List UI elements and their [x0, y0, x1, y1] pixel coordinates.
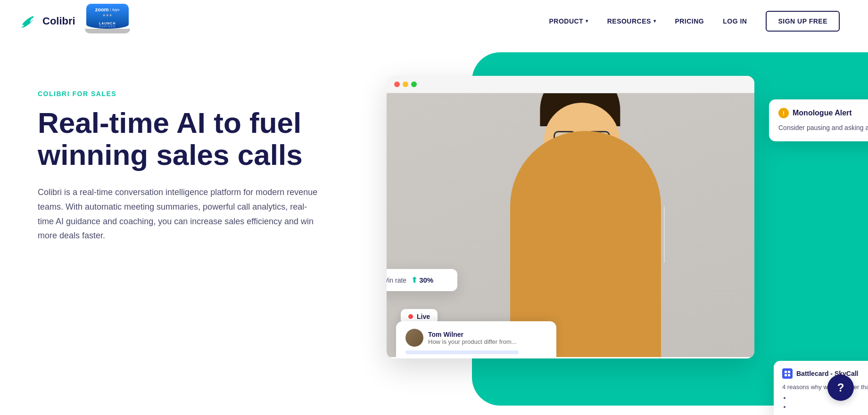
zoom-partner-text: PARTNER	[86, 25, 129, 28]
speaker-avatar	[405, 329, 423, 347]
svg-rect-3	[785, 374, 787, 376]
hero-label: COLIBRI FOR SALES	[38, 90, 358, 98]
nav-pricing[interactable]: PRICING	[675, 17, 704, 25]
battlecard-bullet-2	[791, 403, 868, 410]
resources-chevron-icon: ▾	[653, 18, 656, 24]
win-rate-badge: Win rate ⬆ 30%	[387, 269, 457, 291]
browser-dot-red	[394, 81, 400, 87]
hero-visual: Win rate ⬆ 30% Live Tom Wi	[358, 62, 868, 415]
monologue-alert-card: ! Monologue Alert × Consider pausing and…	[769, 99, 868, 141]
zoom-text: zoom	[95, 7, 109, 12]
monologue-title: Monologue Alert	[793, 109, 852, 117]
help-button[interactable]: ?	[827, 374, 854, 401]
battlecard-bullets	[782, 394, 868, 410]
nav-resources[interactable]: RESOURCES ▾	[607, 17, 656, 25]
monologue-description: Consider pausing and asking a question	[778, 123, 868, 133]
monologue-header: ! Monologue Alert ×	[778, 108, 868, 118]
transcript-person: Tom Wilner How is your product differ fr…	[405, 329, 547, 347]
live-text: Live	[417, 313, 430, 320]
transcript-text: How is your product differ from...	[428, 338, 517, 345]
header: Colibri zoom Apps ★★★ LAUNCH PARTNER	[0, 0, 868, 33]
battlecard-icon	[782, 368, 793, 379]
zoom-launch-text: LAUNCH	[86, 22, 129, 25]
browser-content: Win rate ⬆ 30% Live Tom Wi	[387, 93, 754, 357]
nav-login[interactable]: LOG IN	[723, 17, 747, 25]
win-rate-arrow-icon: ⬆	[411, 276, 417, 285]
hero-section: COLIBRI FOR SALES Real-time AI to fuel w…	[0, 33, 868, 415]
zoom-badge: zoom Apps ★★★ LAUNCH PARTNER	[85, 4, 130, 33]
hero-title: Real-time AI to fuel winning sales calls	[38, 107, 358, 171]
battlecard-card: Battlecard - SkyCall × 4 reasons why we …	[774, 361, 868, 415]
transcript-card: Tom Wilner How is your product differ fr…	[396, 321, 556, 357]
nav-product[interactable]: PRODUCT ▾	[549, 17, 588, 25]
speaker-name: Tom Wilner	[428, 331, 517, 338]
main-nav: PRODUCT ▾ RESOURCES ▾ PRICING LOG IN SIG…	[549, 11, 840, 32]
win-rate-value: ⬆ 30%	[411, 276, 433, 285]
battlecard-bullet-1	[791, 394, 868, 401]
browser-dot-green	[411, 81, 417, 87]
live-indicator-icon	[408, 314, 413, 319]
video-call-bg	[387, 93, 754, 357]
svg-point-0	[31, 16, 33, 18]
svg-rect-1	[785, 371, 787, 373]
alert-warning-icon: !	[778, 108, 789, 118]
header-left: Colibri zoom Apps ★★★ LAUNCH PARTNER	[19, 8, 130, 33]
win-rate-label: Win rate	[387, 277, 406, 284]
hero-left: COLIBRI FOR SALES Real-time AI to fuel w…	[38, 62, 358, 243]
battlecard-description: 4 reasons why we are better than SkyCall…	[782, 383, 868, 391]
browser-bar	[387, 76, 754, 93]
hero-description: Colibri is a real-time conversation inte…	[38, 185, 321, 243]
browser-window: Win rate ⬆ 30% Live Tom Wi	[387, 76, 754, 358]
colibri-logo-icon	[19, 14, 39, 29]
battlecard-title: Battlecard - SkyCall	[796, 370, 859, 377]
logo-area[interactable]: Colibri	[19, 14, 75, 29]
browser-dot-yellow	[403, 81, 408, 87]
battlecard-header: Battlecard - SkyCall ×	[782, 368, 868, 379]
logo-text: Colibri	[42, 15, 75, 27]
svg-rect-4	[788, 374, 790, 376]
signup-button[interactable]: SIGN UP FREE	[766, 11, 840, 32]
product-chevron-icon: ▾	[586, 18, 588, 24]
question-mark-icon: ?	[837, 381, 844, 394]
svg-rect-2	[788, 371, 790, 373]
zoom-apps-text: Apps	[110, 8, 120, 11]
